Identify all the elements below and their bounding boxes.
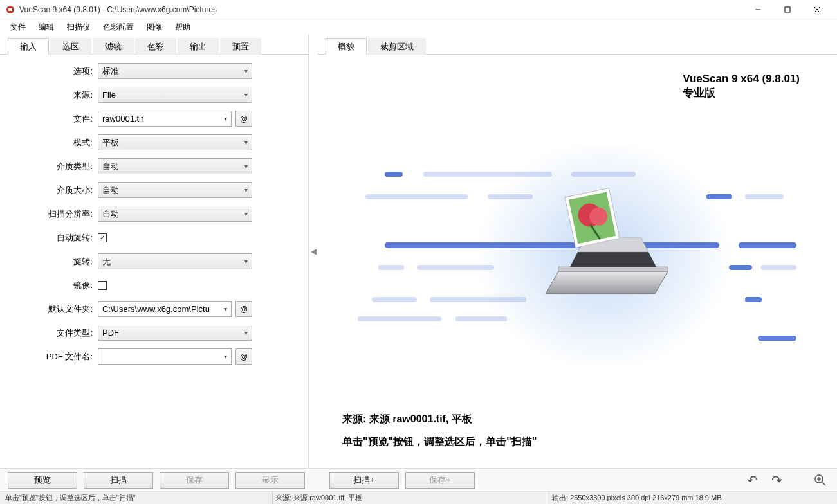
file-browse-button[interactable]: @ [235,111,252,127]
rotate-label: 旋转: [8,256,98,267]
source-select[interactable]: File▾ [98,87,252,103]
content-area: 输入 选区 滤镜 色彩 输出 预置 选项: 标准▾ 来源: File▾ 文件: [0,35,837,468]
chevron-down-icon: ▾ [244,258,248,265]
pdf-filename-input[interactable]: ▾ [98,348,232,364]
button-bar: 预览 扫描 保存 显示 扫描+ 保存+ ↶ ↷ [0,468,837,491]
right-panel: 概貌 裁剪区域 VueScan 9 x64 (9.8.01) 专业版 [318,35,837,468]
chevron-down-icon: ▾ [224,353,227,360]
tab-output[interactable]: 输出 [178,38,219,55]
menu-help[interactable]: 帮助 [169,20,197,35]
mode-select[interactable]: 平板▾ [98,134,252,150]
chevron-down-icon: ▾ [244,210,248,217]
svg-rect-17 [417,265,494,270]
tab-crop[interactable]: 裁剪区域 [368,38,426,55]
tab-color[interactable]: 色彩 [135,38,176,55]
media-size-label: 介质大小: [8,184,98,196]
media-size-select[interactable]: 自动▾ [98,182,252,198]
hint-line-2: 单击"预览"按钮，调整选区后，单击"扫描" [342,433,825,450]
hint-line-1: 来源: 来源 raw0001.tif, 平板 [342,411,825,428]
menu-edit[interactable]: 编辑 [32,20,60,35]
svg-rect-19 [761,265,796,270]
chevron-down-icon: ▾ [244,186,248,194]
svg-rect-1 [8,8,12,11]
chevron-left-icon: ◀ [311,247,317,256]
svg-rect-16 [378,265,404,270]
minimize-button[interactable] [743,0,773,19]
chevron-down-icon: ▾ [244,329,248,336]
default-folder-label: 默认文件夹: [8,303,98,315]
title-bar: VueScan 9 x64 (9.8.01) - C:\Users\www.x6… [0,0,837,19]
mirror-label: 镜像: [8,280,98,291]
media-type-select[interactable]: 自动▾ [98,158,252,174]
svg-rect-3 [785,7,790,12]
menu-scanner[interactable]: 扫描仪 [60,20,97,35]
menu-image[interactable]: 图像 [140,20,169,35]
file-type-label: 文件类型: [8,327,98,339]
scan-button[interactable]: 扫描 [84,472,153,489]
status-left: 单击"预览"按钮，调整选区后，单击"扫描" [3,492,273,504]
tab-overview[interactable]: 概貌 [326,38,367,55]
tab-preset[interactable]: 预置 [220,38,261,55]
auto-rotate-label: 自动旋转: [8,232,98,244]
chevron-down-icon: ▾ [244,139,248,146]
tab-selection[interactable]: 选区 [50,38,91,55]
menu-color-profile[interactable]: 色彩配置 [97,20,140,35]
option-label: 选项: [8,66,98,77]
preview-button[interactable]: 预览 [8,472,77,489]
status-bar: 单击"预览"按钮，调整选区后，单击"扫描" 来源: 来源 raw0001.tif… [0,491,837,504]
close-button[interactable] [802,0,832,19]
folder-browse-button[interactable]: @ [235,301,252,317]
svg-rect-11 [488,194,533,199]
svg-rect-7 [385,172,403,177]
panel-splitter[interactable]: ◀ [309,35,318,468]
svg-line-31 [822,482,825,485]
undo-button[interactable]: ↶ [743,471,761,489]
left-panel: 输入 选区 滤镜 色彩 输出 预置 选项: 标准▾ 来源: File▾ 文件: [0,35,309,468]
resolution-select[interactable]: 自动▾ [98,206,252,222]
svg-rect-21 [430,297,526,302]
window-title: VueScan 9 x64 (9.8.01) - C:\Users\www.x6… [19,5,743,14]
file-type-select[interactable]: PDF▾ [98,325,252,341]
chevron-down-icon: ▾ [244,68,248,75]
menu-bar: 文件 编辑 扫描仪 色彩配置 图像 帮助 [0,19,837,35]
default-folder-input[interactable]: C:\Users\www.x6g.com\Pictu▾ [98,301,232,317]
auto-rotate-checkbox[interactable]: ✓ [98,233,107,242]
tab-filter[interactable]: 滤镜 [93,38,134,55]
save-button[interactable]: 保存 [160,472,229,489]
file-input[interactable]: raw0001.tif▾ [98,111,232,127]
maximize-button[interactable] [773,0,802,19]
right-tabs: 概貌 裁剪区域 [318,35,837,55]
rotate-select[interactable]: 无▾ [98,253,252,269]
brand-line: VueScan 9 x64 (9.8.01) [683,73,800,86]
tab-input[interactable]: 输入 [8,38,49,55]
mode-label: 模式: [8,137,98,148]
mirror-checkbox[interactable] [98,281,107,290]
form-area: 选项: 标准▾ 来源: File▾ 文件: raw0001.tif▾ @ 模式: [0,55,308,468]
option-select[interactable]: 标准▾ [98,63,252,79]
save-plus-button[interactable]: 保存+ [405,472,475,489]
chevron-down-icon: ▾ [224,305,227,312]
preview-area: VueScan 9 x64 (9.8.01) 专业版 [318,55,837,468]
file-label: 文件: [8,113,98,125]
chevron-down-icon: ▾ [244,163,248,170]
source-label: 来源: [8,89,98,101]
scanner-illustration-icon [346,146,809,364]
chevron-down-icon: ▾ [244,91,248,98]
svg-rect-14 [385,242,719,248]
svg-rect-25 [758,336,796,341]
svg-rect-13 [745,194,784,199]
svg-rect-24 [455,316,507,321]
chevron-down-icon: ▾ [224,115,227,122]
zoom-in-icon [814,474,827,487]
left-tabs: 输入 选区 滤镜 色彩 输出 预置 [0,35,308,55]
pdf-filename-browse-button[interactable]: @ [235,348,252,364]
redo-button[interactable]: ↷ [768,471,786,489]
undo-icon: ↶ [747,473,758,488]
zoom-button[interactable] [811,471,829,489]
svg-rect-20 [372,297,417,302]
menu-file[interactable]: 文件 [4,20,32,35]
edition-line: 专业版 [683,86,800,100]
scan-plus-button[interactable]: 扫描+ [329,472,399,489]
app-icon [5,4,15,15]
show-button[interactable]: 显示 [235,472,305,489]
